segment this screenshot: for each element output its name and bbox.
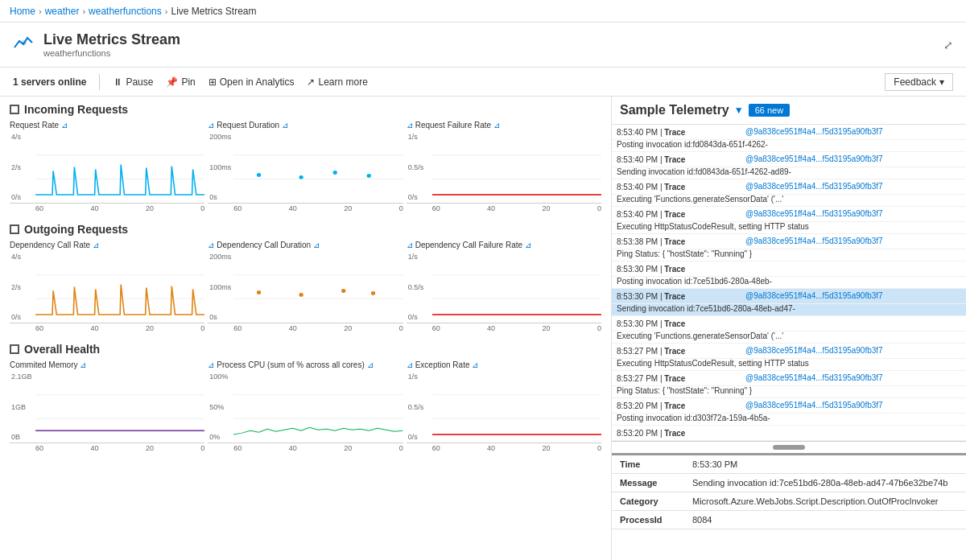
tele-time: 8:53:20 PM |: [617, 401, 664, 410]
tele-id: [741, 261, 966, 276]
servers-count: 1 servers online: [13, 76, 86, 88]
external-link-icon: ↗: [307, 76, 315, 88]
telemetry-list: 8:53:40 PM | Trace@9a838ce951ff4a4...f5d…: [612, 125, 966, 441]
svg-point-18: [341, 289, 345, 293]
tele-msg: Executing 'Functions.generateSensorData'…: [612, 195, 966, 207]
tele-id: @9a838ce951ff4a4...f5d3195a90fb3f7: [741, 234, 966, 249]
telemetry-row[interactable]: 8:53:30 PM | Trace: [612, 261, 966, 277]
detail-processid-value: 8084: [684, 511, 966, 529]
detail-message-row: Message Sending invocation id:7ce51bd6-2…: [612, 474, 966, 492]
learn-more-label: Learn more: [318, 76, 367, 88]
filter-icon-exc[interactable]: ⊿: [472, 360, 478, 369]
detail-time-row: Time 8:53:30 PM: [612, 455, 966, 474]
tele-type: Trace: [664, 319, 685, 328]
filter-icon-mem[interactable]: ⊿: [80, 360, 86, 369]
tele-time: 8:53:40 PM |: [617, 155, 664, 164]
filter-icon-dd[interactable]: ⊿: [313, 241, 320, 249]
detail-panel: Time 8:53:30 PM Message Sending invocati…: [612, 453, 966, 560]
filter-icon-cpu-left[interactable]: ⊿: [208, 360, 214, 369]
svg-point-0: [22, 40, 27, 45]
request-duration-chart: ⊿ Request Duration ⊿ 200ms 100ms 0s: [208, 121, 402, 213]
filter-icon-cpu[interactable]: ⊿: [367, 360, 374, 369]
telemetry-row[interactable]: 8:53:27 PM | Trace@9a838ce951ff4a4...f5d…: [612, 371, 966, 386]
pause-icon: ⏸: [113, 76, 122, 88]
incoming-title: Incoming Requests: [24, 103, 128, 116]
filter-icon-rfr-left[interactable]: ⊿: [407, 121, 413, 130]
exception-chart: ⊿ Exception Rate ⊿ 1/s 0.5/s 0/s: [407, 360, 601, 453]
nav-weatherfunctions[interactable]: weatherfunctions: [89, 6, 162, 17]
svg-point-6: [299, 175, 303, 179]
feedback-button[interactable]: Feedback ▾: [885, 73, 953, 91]
tele-type: Trace: [664, 210, 685, 219]
tele-id: @9a838ce951ff4a4...f5d3195a90fb3f7: [741, 344, 966, 358]
nav-weather[interactable]: weather: [45, 6, 80, 17]
section-icon-health: [10, 344, 19, 354]
tele-id: [741, 316, 966, 331]
filter-icon-dd-left[interactable]: ⊿: [208, 241, 214, 249]
telemetry-filter-icon[interactable]: ▼: [734, 105, 744, 116]
learn-more-button[interactable]: ↗ Learn more: [307, 76, 367, 88]
tele-msg: Ping Status: { "hostState": "Running" }: [612, 249, 966, 261]
svg-point-7: [333, 171, 337, 175]
telemetry-row[interactable]: 8:53:30 PM | Trace@9a838ce951ff4a4...f5d…: [612, 289, 966, 304]
tele-msg: Executing 'Functions.generateSensorData'…: [612, 331, 966, 344]
tele-time: 8:53:40 PM |: [617, 128, 664, 137]
live-metrics-icon: [13, 31, 35, 58]
feedback-label: Feedback: [894, 76, 936, 88]
telemetry-row[interactable]: 8:53:20 PM | Trace: [612, 426, 966, 441]
page-subtitle: weatherfunctions: [43, 48, 180, 58]
sample-telemetry-panel: Sample Telemetry ▼ 66 new 8:53:40 PM | T…: [612, 97, 966, 560]
filter-icon-rd[interactable]: ⊿: [282, 121, 288, 130]
telemetry-row[interactable]: 8:53:40 PM | Trace@9a838ce951ff4a4...f5d…: [612, 207, 966, 222]
filter-icon-exc-left[interactable]: ⊿: [407, 360, 413, 369]
telemetry-row[interactable]: 8:53:40 PM | Trace@9a838ce951ff4a4...f5d…: [612, 179, 966, 195]
detail-table: Time 8:53:30 PM Message Sending invocati…: [612, 455, 966, 529]
nav-home[interactable]: Home: [10, 6, 35, 17]
tele-msg: Executing HttpStatusCodeResult, setting …: [612, 222, 966, 234]
pause-button[interactable]: ⏸ Pause: [113, 76, 153, 88]
tele-id: [741, 426, 966, 440]
telemetry-row[interactable]: 8:53:20 PM | Trace@9a838ce951ff4a4...f5d…: [612, 398, 966, 414]
filter-icon-dr[interactable]: ⊿: [93, 241, 99, 249]
overall-health-section: Overall Health Commited Memory ⊿ 2.1GB 1…: [10, 343, 601, 453]
svg-point-19: [371, 291, 375, 295]
filter-icon-dfr-left[interactable]: ⊿: [407, 241, 413, 249]
incoming-charts-grid: Request Rate ⊿ 4/s 2/s 0/s: [10, 121, 601, 213]
tele-type: Trace: [664, 347, 685, 356]
dependency-duration-chart: ⊿ Dependency Call Duration ⊿ 200ms 100ms…: [208, 241, 402, 333]
detail-processid-label: ProcessId: [612, 511, 684, 529]
pin-button[interactable]: 📌 Pin: [166, 76, 195, 88]
tele-time: 8:53:40 PM |: [617, 210, 664, 219]
analytics-icon: ⊞: [208, 76, 217, 88]
detail-message-label: Message: [612, 474, 684, 492]
telemetry-row[interactable]: 8:53:40 PM | Trace@9a838ce951ff4a4...f5d…: [612, 125, 966, 140]
detail-category-value: Microsoft.Azure.WebJobs.Script.Descripti…: [684, 492, 966, 511]
detail-time-value: 8:53:30 PM: [684, 455, 966, 474]
tele-time: 8:53:38 PM |: [617, 237, 664, 246]
filter-icon-rd-left[interactable]: ⊿: [208, 121, 214, 130]
telemetry-row[interactable]: 8:53:40 PM | Trace@9a838ce951ff4a4...f5d…: [612, 152, 966, 167]
section-icon-outgoing: [10, 224, 19, 234]
telemetry-row[interactable]: 8:53:38 PM | Trace@9a838ce951ff4a4...f5d…: [612, 234, 966, 249]
tele-time: 8:53:30 PM |: [617, 265, 664, 274]
tele-id: @9a838ce951ff4a4...f5d3195a90fb3f7: [741, 207, 966, 221]
telemetry-row[interactable]: 8:53:27 PM | Trace@9a838ce951ff4a4...f5d…: [612, 344, 966, 359]
page-title: Live Metrics Stream: [43, 31, 180, 48]
detail-time-label: Time: [612, 455, 684, 474]
tele-msg: Ping Status: { "hostState": "Running" }: [612, 386, 966, 398]
memory-chart: Commited Memory ⊿ 2.1GB 1GB 0B: [10, 360, 204, 453]
tele-time: 8:53:27 PM |: [617, 347, 664, 356]
filter-icon-rfr[interactable]: ⊿: [493, 121, 500, 130]
outgoing-requests-section: Outgoing Requests Dependency Call Rate ⊿…: [10, 223, 601, 333]
telemetry-title: Sample Telemetry: [620, 103, 729, 117]
tele-id: @9a838ce951ff4a4...f5d3195a90fb3f7: [741, 125, 966, 139]
filter-icon-rr[interactable]: ⊿: [61, 121, 68, 130]
outgoing-charts-grid: Dependency Call Rate ⊿ 4/s 2/s 0/s: [10, 241, 601, 333]
page-header: Live Metrics Stream weatherfunctions ⤢: [0, 23, 966, 68]
filter-icon-dfr[interactable]: ⊿: [525, 241, 531, 249]
telemetry-row[interactable]: 8:53:30 PM | Trace: [612, 316, 966, 331]
maximize-icon[interactable]: ⤢: [943, 39, 953, 51]
analytics-button[interactable]: ⊞ Open in Analytics: [208, 76, 295, 88]
tele-time: 8:53:30 PM |: [617, 319, 664, 328]
tele-msg: Posting invocation id:7ce51bd6-280a-48eb…: [612, 277, 966, 289]
